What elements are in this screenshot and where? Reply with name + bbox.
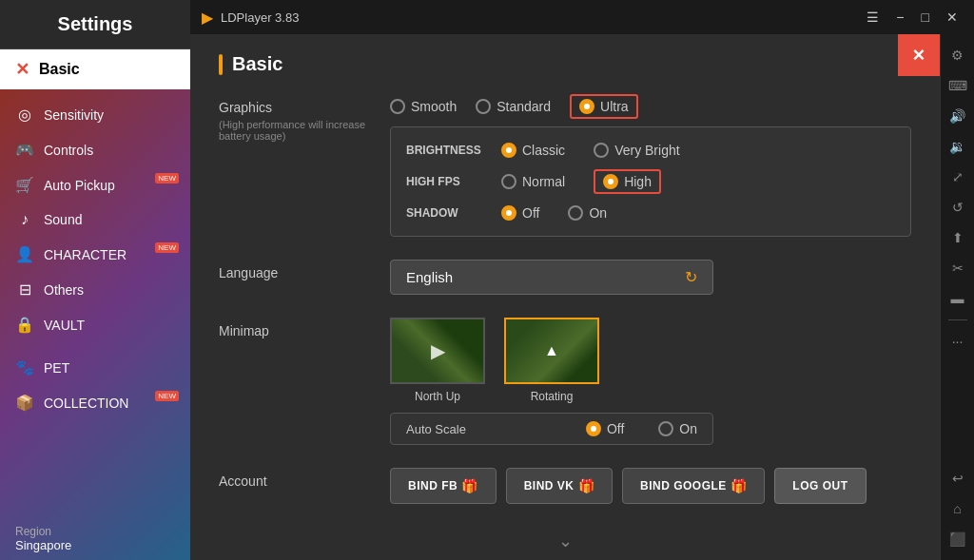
sidebar-item-sound[interactable]: ♪ Sound: [0, 203, 190, 237]
auto-scale-on-label: On: [679, 421, 697, 436]
section-title: Basic: [219, 53, 911, 75]
minimap-auto-scale-row: Auto Scale Off On: [390, 413, 713, 445]
minimap-rotating-label: Rotating: [531, 390, 574, 403]
language-refresh-icon[interactable]: ↻: [685, 268, 697, 286]
minimap-rotating-thumbnail[interactable]: ▲: [504, 318, 599, 384]
language-value: English: [406, 269, 453, 285]
collection-label: COLLECTION: [44, 396, 128, 411]
toolbar-more-button[interactable]: ···: [945, 328, 971, 355]
minimap-north-up-option[interactable]: ▶ North Up: [390, 318, 485, 403]
menu-button[interactable]: ☰: [862, 8, 884, 27]
auto-scale-off-option[interactable]: Off: [586, 421, 624, 436]
toolbar-upload-button[interactable]: ⬆: [945, 224, 971, 251]
shadow-off-radio[interactable]: [501, 205, 516, 221]
shadow-on-option[interactable]: On: [568, 205, 607, 221]
sidebar-item-sensitivity[interactable]: ◎ Sensitivity: [0, 97, 190, 132]
sidebar-item-vault[interactable]: 🔒 VAULT: [0, 307, 190, 342]
graphics-smooth-option[interactable]: Smooth: [390, 99, 457, 114]
sound-label: Sound: [44, 212, 82, 227]
basic-label: Basic: [39, 61, 80, 78]
pet-label: PET: [44, 360, 69, 376]
sidebar-item-pet[interactable]: 🐾 PET: [0, 350, 190, 385]
sidebar-item-collection[interactable]: 📦 COLLECTION NEW: [0, 385, 190, 420]
toolbar-expand-button[interactable]: ⤢: [945, 164, 971, 190]
very-bright-label: Very Bright: [614, 143, 679, 158]
pet-icon: 🐾: [15, 358, 34, 377]
controls-icon: 🎮: [15, 141, 34, 159]
graphics-row: Graphics (High performance will increase…: [219, 94, 911, 237]
auto-scale-off-radio[interactable]: [586, 421, 601, 436]
classic-radio[interactable]: [501, 143, 516, 158]
very-bright-radio[interactable]: [594, 143, 609, 158]
fps-normal-option[interactable]: Normal: [501, 174, 565, 189]
sidebar-item-character[interactable]: 👤 CHARACTER NEW: [0, 237, 190, 272]
auto-scale-on-option[interactable]: On: [658, 421, 697, 436]
sidebar-region: Region Singapore: [0, 517, 190, 560]
classic-label: Classic: [522, 143, 565, 158]
high-radio[interactable]: [603, 174, 618, 189]
sidebar-item-others[interactable]: ⊟ Others: [0, 272, 190, 307]
language-row: Language English ↻: [219, 260, 911, 295]
bind-fb-label: BIND FB: [408, 479, 458, 492]
vault-icon: 🔒: [15, 316, 34, 334]
auto-scale-label: Auto Scale: [406, 422, 567, 436]
character-icon: 👤: [15, 245, 34, 263]
topbar-close-button[interactable]: ✕: [942, 8, 963, 27]
bind-vk-button[interactable]: BIND VK 🎁: [506, 468, 613, 504]
top-bar: ▶ LDPlayer 3.83 ☰ − □ ✕: [190, 0, 974, 34]
toolbar-home-button[interactable]: ⌂: [945, 495, 971, 522]
graphics-label: Graphics (High performance will increase…: [219, 94, 371, 142]
log-out-label: LOG OUT: [792, 479, 847, 492]
shadow-off-option[interactable]: Off: [501, 205, 539, 221]
brightness-classic-option[interactable]: Classic: [501, 143, 565, 158]
maximize-button[interactable]: □: [917, 8, 934, 27]
bind-google-button[interactable]: BIND GOOGLE 🎁: [622, 468, 765, 504]
sidebar-item-auto-pickup[interactable]: 🛒 Auto Pickup NEW: [0, 167, 190, 203]
graphics-controls: Smooth Standard Ultra: [390, 94, 911, 237]
settings-close-button[interactable]: ×: [898, 34, 940, 76]
controls-label: Controls: [44, 143, 93, 158]
minimap-rotating-option[interactable]: ▲ Rotating: [504, 318, 599, 403]
sidebar-items-list: ◎ Sensitivity 🎮 Controls 🛒 Auto Pickup N…: [0, 89, 190, 560]
sidebar-item-controls[interactable]: 🎮 Controls: [0, 132, 190, 167]
bind-fb-button[interactable]: BIND FB 🎁: [390, 468, 497, 504]
graphics-ultra-option[interactable]: Ultra: [570, 94, 638, 119]
high-fps-radio-group: Normal High: [501, 169, 895, 194]
sensitivity-label: Sensitivity: [44, 107, 104, 123]
ultra-radio[interactable]: [579, 99, 594, 114]
toolbar-keyboard-button[interactable]: ⌨: [945, 72, 971, 99]
character-label: CHARACTER: [44, 247, 127, 262]
normal-radio[interactable]: [501, 174, 516, 189]
basic-icon: ✕: [15, 59, 29, 80]
character-new-badge: NEW: [155, 242, 179, 253]
brightness-very-bright-option[interactable]: Very Bright: [594, 143, 679, 158]
sidebar-item-basic[interactable]: ✕ Basic: [0, 49, 190, 89]
auto-scale-on-radio[interactable]: [658, 421, 673, 436]
toolbar-scissors-button[interactable]: ✂: [945, 255, 971, 281]
language-controls: English ↻: [390, 260, 911, 295]
app-title-area: ▶ LDPlayer 3.83: [202, 9, 299, 27]
graphics-standard-option[interactable]: Standard: [476, 99, 551, 114]
toolbar-volume-down-button[interactable]: 🔉: [945, 133, 971, 160]
minimap-north-up-thumbnail[interactable]: ▶: [390, 318, 485, 384]
toolbar-rotate-button[interactable]: ↺: [945, 194, 971, 221]
toolbar-volume-up-button[interactable]: 🔊: [945, 103, 971, 129]
language-select[interactable]: English ↻: [390, 260, 713, 295]
minimize-button[interactable]: −: [891, 8, 908, 27]
log-out-button[interactable]: LOG OUT: [774, 468, 866, 504]
bind-vk-label: BIND VK: [524, 479, 575, 492]
standard-label: Standard: [497, 99, 551, 114]
fps-high-option[interactable]: High: [594, 169, 661, 194]
toolbar-gear-button[interactable]: ⚙: [945, 42, 971, 68]
settings-content: Basic Graphics (High performance will in…: [190, 34, 940, 560]
toolbar-video-button[interactable]: ▬: [945, 285, 971, 312]
bind-fb-gift-icon: 🎁: [461, 478, 478, 493]
toolbar-back-button[interactable]: ↩: [945, 465, 971, 492]
smooth-radio[interactable]: [390, 99, 405, 114]
toolbar-square-button[interactable]: ⬛: [945, 526, 971, 552]
language-label: Language: [219, 260, 371, 280]
shadow-on-radio[interactable]: [568, 205, 583, 221]
brightness-radio-group: Classic Very Bright: [501, 143, 895, 158]
standard-radio[interactable]: [476, 99, 491, 114]
auto-pickup-icon: 🛒: [15, 176, 34, 194]
